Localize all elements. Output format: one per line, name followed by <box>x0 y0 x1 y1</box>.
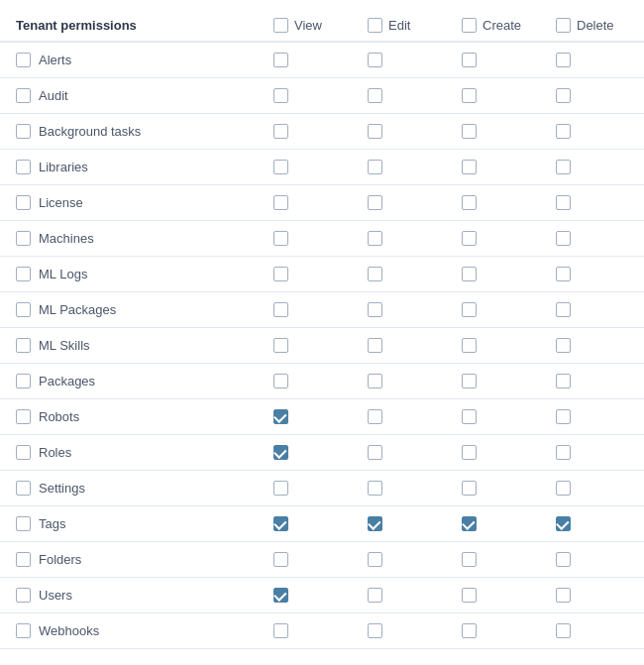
checkbox-ml-packages-view[interactable] <box>273 302 288 317</box>
checkbox-folders-edit[interactable] <box>368 552 382 567</box>
checkbox-background-tasks-create[interactable] <box>462 124 477 139</box>
row-checkbox-folders[interactable] <box>16 552 31 567</box>
cell-folders-create <box>462 552 556 567</box>
row-text-audit: Audit <box>39 88 68 103</box>
checkbox-packages-view[interactable] <box>273 374 288 388</box>
row-checkbox-webhooks[interactable] <box>16 623 31 638</box>
checkbox-license-create[interactable] <box>462 195 477 210</box>
row-checkbox-license[interactable] <box>16 195 31 210</box>
checkbox-libraries-create[interactable] <box>462 160 477 174</box>
checkbox-audit-create[interactable] <box>462 88 477 103</box>
checkbox-ml-logs-edit[interactable] <box>368 267 382 281</box>
checkbox-license-edit[interactable] <box>368 195 382 210</box>
row-checkbox-alerts[interactable] <box>16 53 31 67</box>
checkbox-ml-skills-edit[interactable] <box>368 338 382 353</box>
checkbox-robots-delete[interactable] <box>556 409 571 424</box>
checkbox-webhooks-view[interactable] <box>273 623 288 638</box>
checkbox-settings-edit[interactable] <box>368 481 382 496</box>
checkbox-robots-edit[interactable] <box>368 409 382 424</box>
table-row: Libraries <box>0 150 644 185</box>
checkbox-robots-create[interactable] <box>462 409 477 424</box>
row-label-tags: Tags <box>16 516 273 531</box>
row-checkbox-background-tasks[interactable] <box>16 124 31 139</box>
checkbox-ml-logs-create[interactable] <box>462 267 477 281</box>
checkbox-alerts-view[interactable] <box>273 53 288 67</box>
checkbox-roles-view[interactable] <box>273 445 288 460</box>
checkbox-audit-edit[interactable] <box>368 88 382 103</box>
checkbox-settings-create[interactable] <box>462 481 477 496</box>
checkbox-robots-view[interactable] <box>273 409 288 424</box>
checkbox-roles-edit[interactable] <box>368 445 382 460</box>
checkbox-ml-packages-create[interactable] <box>462 302 477 317</box>
checkbox-audit-delete[interactable] <box>556 88 571 103</box>
checkbox-users-create[interactable] <box>462 588 477 603</box>
checkbox-libraries-edit[interactable] <box>368 160 382 174</box>
row-checkbox-ml-skills[interactable] <box>16 338 31 353</box>
checkbox-packages-edit[interactable] <box>368 374 382 388</box>
checkbox-machines-view[interactable] <box>273 231 288 246</box>
checkbox-background-tasks-delete[interactable] <box>556 124 571 139</box>
header-create-checkbox[interactable] <box>462 18 477 33</box>
cell-users-edit <box>368 588 462 603</box>
row-checkbox-ml-packages[interactable] <box>16 302 31 317</box>
checkbox-folders-create[interactable] <box>462 552 477 567</box>
row-checkbox-settings[interactable] <box>16 481 31 496</box>
checkbox-ml-packages-edit[interactable] <box>368 302 382 317</box>
row-checkbox-tags[interactable] <box>16 516 31 531</box>
checkbox-ml-skills-create[interactable] <box>462 338 477 353</box>
checkbox-folders-view[interactable] <box>273 552 288 567</box>
checkbox-packages-create[interactable] <box>462 374 477 388</box>
checkbox-libraries-view[interactable] <box>273 160 288 174</box>
checkbox-machines-edit[interactable] <box>368 231 382 246</box>
checkbox-webhooks-create[interactable] <box>462 623 477 638</box>
checkbox-ml-skills-delete[interactable] <box>556 338 571 353</box>
checkbox-audit-view[interactable] <box>273 88 288 103</box>
checkbox-tags-create[interactable] <box>462 516 477 531</box>
checkbox-webhooks-delete[interactable] <box>556 623 571 638</box>
checkbox-alerts-edit[interactable] <box>368 53 382 67</box>
checkbox-background-tasks-edit[interactable] <box>368 124 382 139</box>
row-checkbox-robots[interactable] <box>16 409 31 424</box>
checkbox-machines-create[interactable] <box>462 231 477 246</box>
checkbox-libraries-delete[interactable] <box>556 160 571 174</box>
checkbox-alerts-create[interactable] <box>462 53 477 67</box>
header-edit-checkbox[interactable] <box>368 18 382 33</box>
checkbox-tags-edit[interactable] <box>368 516 382 531</box>
checkbox-users-delete[interactable] <box>556 588 571 603</box>
row-text-libraries: Libraries <box>39 160 88 174</box>
row-label-machines: Machines <box>16 231 273 246</box>
row-checkbox-roles[interactable] <box>16 445 31 460</box>
checkbox-ml-logs-delete[interactable] <box>556 267 571 281</box>
row-checkbox-users[interactable] <box>16 588 31 603</box>
table-title: Tenant permissions <box>16 18 273 33</box>
checkbox-background-tasks-view[interactable] <box>273 124 288 139</box>
checkbox-settings-view[interactable] <box>273 481 288 496</box>
checkbox-ml-skills-view[interactable] <box>273 338 288 353</box>
checkbox-alerts-delete[interactable] <box>556 53 571 67</box>
checkbox-ml-packages-delete[interactable] <box>556 302 571 317</box>
checkbox-tags-delete[interactable] <box>556 516 571 531</box>
checkbox-license-view[interactable] <box>273 195 288 210</box>
checkbox-tags-view[interactable] <box>273 516 288 531</box>
row-checkbox-audit[interactable] <box>16 88 31 103</box>
checkbox-settings-delete[interactable] <box>556 481 571 496</box>
row-checkbox-packages[interactable] <box>16 374 31 388</box>
checkbox-ml-logs-view[interactable] <box>273 267 288 281</box>
table-row: Machines <box>0 221 644 257</box>
checkbox-roles-delete[interactable] <box>556 445 571 460</box>
row-checkbox-ml-logs[interactable] <box>16 267 31 281</box>
checkbox-packages-delete[interactable] <box>556 374 571 388</box>
checkbox-folders-delete[interactable] <box>556 552 571 567</box>
header-delete-checkbox[interactable] <box>556 18 571 33</box>
row-checkbox-machines[interactable] <box>16 231 31 246</box>
header-view-checkbox[interactable] <box>273 18 288 33</box>
row-label-settings: Settings <box>16 481 273 496</box>
cell-alerts-create <box>462 53 556 67</box>
checkbox-users-edit[interactable] <box>368 588 382 603</box>
checkbox-users-view[interactable] <box>273 588 288 603</box>
checkbox-machines-delete[interactable] <box>556 231 571 246</box>
checkbox-roles-create[interactable] <box>462 445 477 460</box>
row-checkbox-libraries[interactable] <box>16 160 31 174</box>
checkbox-license-delete[interactable] <box>556 195 571 210</box>
checkbox-webhooks-edit[interactable] <box>368 623 382 638</box>
